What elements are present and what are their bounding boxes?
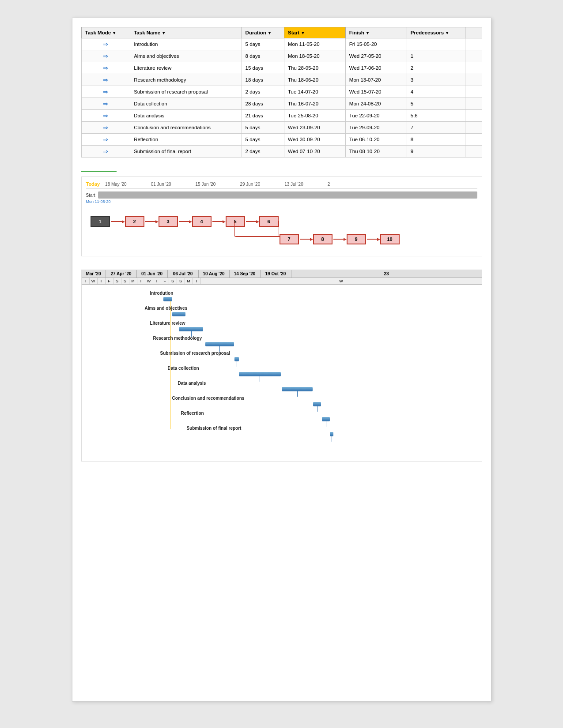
gantt-row-1: Introdution: [82, 290, 482, 304]
task-duration-cell: 8 days: [242, 50, 284, 62]
task-mode-cell: ⇒: [81, 134, 130, 146]
task-start-cell: Thu 28-05-20: [284, 62, 346, 74]
day-f2: F: [161, 278, 169, 284]
net-date-5: 13 Jul '20: [284, 182, 303, 187]
header-predecessors[interactable]: Predecessors ▼: [407, 27, 465, 38]
task-start-cell: Thu 16-07-20: [284, 98, 346, 110]
net-date-4: 29 Jun '20: [240, 182, 260, 187]
task-mode-icon: ⇒: [103, 100, 108, 107]
task-duration-cell: 18 days: [242, 74, 284, 86]
arrow-6-down: [279, 221, 279, 236]
table-row: ⇒Data analysis21 daysTue 25-08-20Tue 22-…: [81, 110, 482, 122]
task-mode-cell: ⇒: [81, 62, 130, 74]
gantt-row-5: Submission of research proposal: [82, 350, 482, 364]
gantt-row-3: Literature review: [82, 320, 482, 334]
task-name-cell: Data analysis: [130, 110, 242, 122]
gantt-label-8: Conclusion and recommendations: [172, 396, 245, 401]
node-5: 5: [226, 216, 245, 227]
task-start-cell: Tue 25-08-20: [284, 110, 346, 122]
header-finish[interactable]: Finish ▼: [345, 27, 407, 38]
task-start-cell: Wed 30-09-20: [284, 134, 346, 146]
day-t1: T: [82, 278, 90, 284]
task-extra-cell: [465, 110, 482, 122]
table-row: ⇒Research methodology18 daysThu 18-06-20…: [81, 74, 482, 86]
task-mode-cell: ⇒: [81, 38, 130, 50]
gantt-label-4: Research methodology: [153, 336, 202, 341]
gantt-section: Mar '20 27 Apr '20 01 Jun '20 06 Jul '20…: [81, 270, 482, 462]
header-extra: [465, 27, 482, 38]
gantt-row-10: Submission of final report: [82, 425, 482, 439]
day-w1: W: [90, 278, 98, 284]
table-row: ⇒Submission of research proposal2 daysTu…: [81, 86, 482, 98]
task-duration-cell: 15 days: [242, 62, 284, 74]
task-name-cell: Submission of final report: [130, 146, 242, 158]
task-name-cell: Literature review: [130, 62, 242, 74]
task-pred-cell: 5: [407, 98, 465, 110]
node-2: 2: [125, 216, 144, 227]
node-10: 10: [380, 234, 400, 244]
task-mode-cell: ⇒: [81, 110, 130, 122]
task-name-cell: Submission of research proposal: [130, 86, 242, 98]
task-mode-icon: ⇒: [103, 88, 108, 95]
gantt-vline-left: [170, 301, 170, 429]
task-mode-icon: ⇒: [103, 64, 108, 71]
task-finish-cell: Mon 24-08-20: [345, 98, 407, 110]
table-row: ⇒Reflecrtion5 daysWed 30-09-20Tue 06-10-…: [81, 134, 482, 146]
task-mode-icon: ⇒: [103, 76, 108, 83]
net-date-6: 2: [328, 182, 330, 187]
task-extra-cell: [465, 98, 482, 110]
day-t4: T: [153, 278, 161, 284]
task-mode-cell: ⇒: [81, 146, 130, 158]
gantt-body: Introdution Aims and objectives Literatu…: [82, 285, 482, 461]
task-finish-cell: Tue 22-09-20: [345, 110, 407, 122]
task-name-cell: Reflecrtion: [130, 134, 242, 146]
task-pred-cell: 2: [407, 62, 465, 74]
header-duration[interactable]: Duration ▼: [242, 27, 284, 38]
task-duration-cell: 28 days: [242, 98, 284, 110]
gantt-period-jul: 06 Jul '20: [168, 270, 199, 278]
gantt-label-1: Introdution: [150, 291, 174, 296]
header-taskmode[interactable]: Task Mode ▼: [81, 27, 130, 38]
task-duration-cell: 2 days: [242, 86, 284, 98]
gantt-row-6: Data collection: [82, 365, 482, 379]
day-t2: T: [98, 278, 106, 284]
task-finish-cell: Thu 08-10-20: [345, 146, 407, 158]
table-row: ⇒Introdution5 daysMon 11-05-20Fri 15-05-…: [81, 38, 482, 50]
task-start-cell: Wed 23-09-20: [284, 122, 346, 134]
header-start[interactable]: Start ▼: [284, 27, 346, 38]
green-divider: [81, 171, 117, 172]
task-mode-cell: ⇒: [81, 74, 130, 86]
day-s3: S: [169, 278, 177, 284]
task-extra-cell: [465, 38, 482, 50]
task-duration-cell: 2 days: [242, 146, 284, 158]
gantt-label-5: Submission of research proposal: [160, 351, 230, 356]
day-m2: M: [185, 278, 193, 284]
net-start-bar: [98, 191, 477, 199]
gantt-bar-1: [163, 297, 172, 301]
day-t5: T: [193, 278, 201, 284]
arrow-1-2: [111, 221, 123, 222]
task-pred-cell: 4: [407, 86, 465, 98]
task-extra-cell: [465, 86, 482, 98]
task-mode-icon: ⇒: [103, 41, 108, 48]
header-taskname[interactable]: Task Name ▼: [130, 27, 242, 38]
task-duration-cell: 5 days: [242, 122, 284, 134]
day-w3: W: [201, 278, 482, 284]
gantt-period-oct: 19 Oct '20: [261, 270, 291, 278]
gantt-label-6: Data collection: [168, 366, 199, 371]
task-pred-cell: 3: [407, 74, 465, 86]
day-w2: W: [145, 278, 153, 284]
task-extra-cell: [465, 62, 482, 74]
task-mode-cell: ⇒: [81, 50, 130, 62]
gantt-header-row1: Mar '20 27 Apr '20 01 Jun '20 06 Jul '20…: [82, 270, 482, 278]
task-finish-cell: Mon 13-07-20: [345, 74, 407, 86]
gantt-period-jun: 01 Jun '20: [137, 270, 168, 278]
task-mode-cell: ⇒: [81, 122, 130, 134]
page-container: Task Mode ▼ Task Name ▼ Duration ▼ Start…: [72, 18, 491, 702]
task-extra-cell: [465, 74, 482, 86]
day-f1: F: [106, 278, 113, 284]
task-mode-icon: ⇒: [103, 53, 108, 60]
task-mode-cell: ⇒: [81, 98, 130, 110]
node-7: 7: [280, 234, 299, 244]
node-9: 9: [347, 234, 366, 244]
